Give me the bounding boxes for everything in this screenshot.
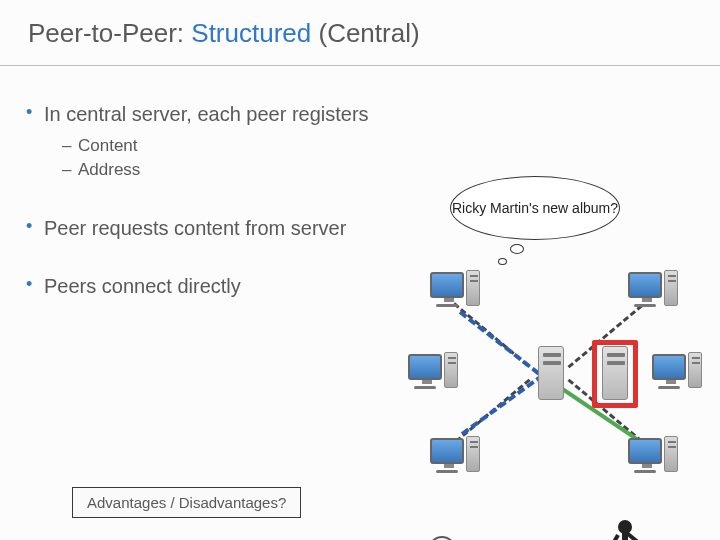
bullet-connect: Peers connect directly [24, 274, 374, 298]
thought-bubble: Ricky Martin's new album? [450, 176, 620, 240]
title-accent: Structured [191, 18, 311, 48]
link-request [461, 374, 544, 436]
bullet-register: In central server, each peer registers C… [24, 102, 374, 182]
peer-computer-icon [628, 432, 676, 480]
title-suffix: (Central) [311, 18, 419, 48]
diagram-area: Ricky Martin's new album? [390, 136, 710, 540]
link-request [459, 310, 540, 375]
text-column: In central server, each peer registers C… [0, 66, 374, 536]
bullet-register-text: In central server, each peer registers [44, 103, 369, 125]
thought-bubble-dot [510, 244, 524, 254]
thought-bubble-text: Ricky Martin's new album? [452, 200, 618, 217]
peer-computer-icon [430, 432, 478, 480]
thought-bubble-dot [498, 258, 507, 265]
slide-title: Peer-to-Peer: Structured (Central) [0, 0, 720, 66]
central-server-icon [538, 346, 564, 400]
dancer-icon [608, 520, 642, 540]
bullet-request: Peer requests content from server [24, 216, 374, 240]
peer-computer-icon [628, 266, 676, 314]
subbullet-address: Address [44, 158, 374, 182]
title-prefix: Peer-to-Peer: [28, 18, 191, 48]
peer-computer-icon [652, 348, 700, 396]
highlighted-server-icon [602, 346, 628, 400]
peer-computer-icon [430, 266, 478, 314]
subbullet-content: Content [44, 134, 374, 158]
question-mark-icon: ? [428, 536, 456, 540]
peer-computer-icon [408, 348, 456, 396]
footer-question-box: Advantages / Disadvantages? [72, 487, 301, 518]
